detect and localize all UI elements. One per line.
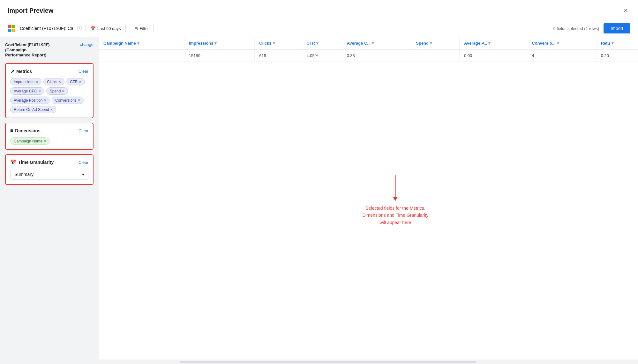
ms-logo-blue <box>8 29 11 32</box>
table-body: 15199 615 4.05% 0.33 0.00 4 0.20 <box>99 50 638 62</box>
cell-impressions: 15199 <box>184 50 254 62</box>
tag-return-on-ad-spend-remove[interactable]: × <box>50 107 53 112</box>
horizontal-scrollbar[interactable] <box>99 360 638 364</box>
trend-icon: ↗ <box>10 68 14 74</box>
th-retu[interactable]: Retu ▾ <box>596 37 638 50</box>
metrics-title: ↗ Metrics <box>10 68 32 74</box>
scrollbar-thumb[interactable] <box>180 361 476 363</box>
toolbar-right: 9 fields selected (1 rows) Import <box>553 23 630 33</box>
source-title-line3: Performance Report) <box>5 53 46 57</box>
table-header-row: Campaign Name ▾ Impressions ▾ <box>99 37 638 50</box>
th-conversions[interactable]: Conversio... ▾ <box>527 37 596 50</box>
tag-campaign-name-remove[interactable]: × <box>44 139 46 143</box>
th-avg-p[interactable]: Average P... ▾ <box>460 37 527 50</box>
table-row: 15199 615 4.05% 0.33 0.00 4 0.20 <box>99 50 638 62</box>
sort-icon-avg-c: ▾ <box>372 41 374 46</box>
sidebar: Coefficient (F107L9JF) (Campaign Perform… <box>0 37 99 364</box>
metrics-clear-button[interactable]: Clear <box>79 69 88 74</box>
sort-icon-clicks: ▾ <box>273 41 275 46</box>
table-header: Campaign Name ▾ Impressions ▾ <box>99 37 638 50</box>
placeholder-text: Selected fields for the Metrics,Dimensio… <box>362 205 428 226</box>
th-avg-c[interactable]: Average C... ▾ <box>342 37 411 50</box>
th-spend[interactable]: Spend ▾ <box>411 37 460 50</box>
sort-icon-campaign: ▾ <box>137 41 139 46</box>
metrics-header: ↗ Metrics Clear <box>10 68 88 74</box>
import-button[interactable]: Import <box>604 23 630 33</box>
calendar2-icon: 📅 <box>10 159 16 165</box>
tag-average-cpc: Average CPC × <box>10 87 44 95</box>
tag-impressions: Impressions × <box>10 78 41 85</box>
dimensions-icon: ≡ <box>10 128 13 134</box>
toolbar: Coefficient (F107L9JF): Ca ⓘ 📅 Last 90 d… <box>0 20 638 37</box>
tag-return-on-ad-spend: Return On Ad Spend × <box>10 106 56 113</box>
cell-avg-p: 0.00 <box>460 50 527 62</box>
filter-button[interactable]: ⊟ Filter <box>130 24 154 33</box>
main-content: Coefficient (F107L9JF) (Campaign Perform… <box>0 37 638 364</box>
sort-icon-spend: ▾ <box>430 41 432 46</box>
cell-conversions: 4 <box>527 50 596 62</box>
dimensions-header: ≡ Dimensions Clear <box>10 128 88 134</box>
tag-campaign-name: Campaign Name × <box>10 137 50 145</box>
modal-title: Import Preview <box>8 7 53 14</box>
time-granularity-panel: 📅 Time Granularity Clear Summary ▾ <box>5 154 94 185</box>
fields-info: 9 fields selected (1 rows) <box>553 26 599 31</box>
ms-logo-green <box>11 25 15 28</box>
tag-conversions: Conversions × <box>52 97 84 104</box>
close-button[interactable]: × <box>621 5 630 16</box>
cell-retu: 0.20 <box>596 50 638 62</box>
date-range-button[interactable]: 📅 Last 90 days <box>86 24 126 33</box>
arrow-down <box>362 175 428 201</box>
th-campaign-name[interactable]: Campaign Name ▾ <box>99 37 184 50</box>
tag-conversions-remove[interactable]: × <box>78 98 80 103</box>
cell-campaign-name <box>99 50 184 62</box>
source-title-line1: Coefficient (F107L9JF) <box>5 42 49 47</box>
tag-ctr: CTR × <box>66 78 85 85</box>
ms-logo-yellow <box>11 29 15 32</box>
metrics-tags: Impressions × Clicks × CTR × Average CPC… <box>10 78 88 113</box>
th-impressions[interactable]: Impressions ▾ <box>184 37 254 50</box>
th-ctr[interactable]: CTR ▾ <box>302 37 342 50</box>
dimensions-title: ≡ Dimensions <box>10 128 41 134</box>
scrollbar-area[interactable] <box>99 360 638 364</box>
time-granularity-dropdown[interactable]: Summary ▾ <box>10 169 88 180</box>
dimensions-panel: ≡ Dimensions Clear Campaign Name × <box>5 123 94 150</box>
tag-clicks: Clicks × <box>43 78 64 85</box>
time-title: 📅 Time Granularity <box>10 159 54 165</box>
tag-impressions-remove[interactable]: × <box>36 79 38 84</box>
sort-icon-conversions: ▾ <box>557 41 559 46</box>
tag-ctr-remove[interactable]: × <box>79 79 82 84</box>
modal: Import Preview × Coefficient (F107L9JF):… <box>0 0 638 364</box>
arrow-head <box>393 197 398 201</box>
dimensions-clear-button[interactable]: Clear <box>79 128 88 133</box>
sort-icon-ctr: ▾ <box>316 41 319 46</box>
sort-icon-impressions: ▾ <box>214 41 217 46</box>
cell-ctr: 4.05% <box>302 50 342 62</box>
cell-clicks: 615 <box>255 50 302 62</box>
time-granularity-value: Summary <box>14 172 34 177</box>
sidebar-source-title: Coefficient (F107L9JF) (Campaign Perform… <box>5 42 49 57</box>
time-header: 📅 Time Granularity Clear <box>10 159 88 165</box>
tag-average-position: Average Position × <box>10 97 50 104</box>
tag-average-position-remove[interactable]: × <box>44 98 47 103</box>
cell-avg-c: 0.33 <box>342 50 411 62</box>
th-clicks[interactable]: Clicks ▾ <box>255 37 302 50</box>
dimensions-tags: Campaign Name × <box>10 137 88 145</box>
data-table: Campaign Name ▾ Impressions ▾ <box>99 37 638 62</box>
sort-icon-retu: ▾ <box>612 41 614 46</box>
info-icon[interactable]: ⓘ <box>77 25 82 31</box>
tag-spend-remove[interactable]: × <box>62 89 64 93</box>
source-name: Coefficient (F107L9JF): Ca <box>20 26 73 31</box>
tag-clicks-remove[interactable]: × <box>58 79 61 84</box>
arrow-line <box>395 175 396 197</box>
time-clear-button[interactable]: Clear <box>79 160 88 165</box>
ms-logo <box>8 25 15 32</box>
tag-average-cpc-remove[interactable]: × <box>38 89 41 93</box>
data-area: Campaign Name ▾ Impressions ▾ <box>99 37 638 364</box>
date-range-label: Last 90 days <box>97 26 121 31</box>
placeholder-message: Selected fields for the Metrics,Dimensio… <box>362 175 428 226</box>
sort-icon-avg-p: ▾ <box>488 41 491 46</box>
modal-header: Import Preview × <box>0 0 638 20</box>
sidebar-source-row: Coefficient (F107L9JF) (Campaign Perform… <box>5 42 94 57</box>
change-link[interactable]: change <box>80 42 94 47</box>
filter-label: Filter <box>140 26 149 31</box>
